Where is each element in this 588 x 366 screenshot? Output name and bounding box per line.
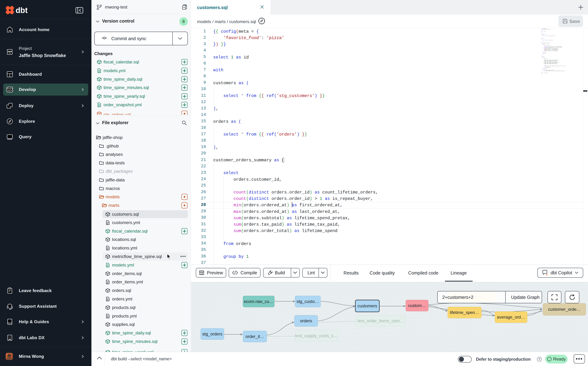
svg-text:dbt: dbt [16, 6, 28, 15]
